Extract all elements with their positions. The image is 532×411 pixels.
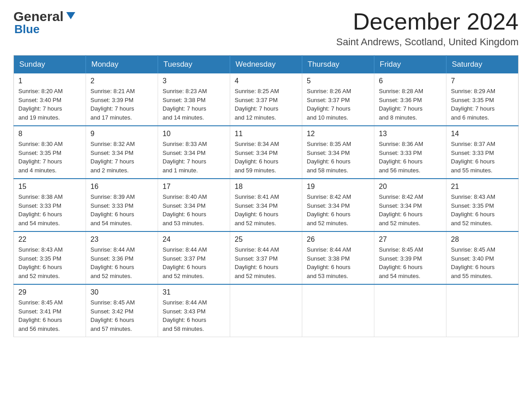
weekday-header-tuesday: Tuesday — [158, 56, 230, 74]
day-number: 6 — [379, 77, 442, 85]
day-number: 1 — [18, 77, 81, 85]
calendar-week-row: 15Sunrise: 8:38 AM Sunset: 3:33 PM Dayli… — [14, 179, 519, 231]
day-info: Sunrise: 8:39 AM Sunset: 3:33 PM Dayligh… — [90, 193, 153, 227]
calendar-day-cell: 21Sunrise: 8:43 AM Sunset: 3:35 PM Dayli… — [446, 179, 519, 231]
day-info: Sunrise: 8:38 AM Sunset: 3:33 PM Dayligh… — [18, 193, 81, 227]
calendar-day-cell: 8Sunrise: 8:30 AM Sunset: 3:35 PM Daylig… — [14, 126, 86, 179]
day-info: Sunrise: 8:33 AM Sunset: 3:34 PM Dayligh… — [163, 140, 225, 175]
day-info: Sunrise: 8:30 AM Sunset: 3:35 PM Dayligh… — [18, 140, 81, 175]
calendar-day-cell: 7Sunrise: 8:29 AM Sunset: 3:35 PM Daylig… — [446, 73, 519, 126]
calendar-week-row: 29Sunrise: 8:45 AM Sunset: 3:41 PM Dayli… — [14, 284, 519, 337]
day-info: Sunrise: 8:43 AM Sunset: 3:35 PM Dayligh… — [451, 193, 514, 227]
logo-general-text: General — [13, 9, 64, 24]
day-info: Sunrise: 8:20 AM Sunset: 3:40 PM Dayligh… — [18, 87, 81, 122]
calendar-day-cell: 12Sunrise: 8:35 AM Sunset: 3:34 PM Dayli… — [302, 126, 374, 179]
day-info: Sunrise: 8:44 AM Sunset: 3:43 PM Dayligh… — [163, 298, 225, 333]
day-info: Sunrise: 8:41 AM Sunset: 3:34 PM Dayligh… — [235, 193, 297, 227]
day-number: 19 — [307, 183, 369, 191]
day-info: Sunrise: 8:42 AM Sunset: 3:34 PM Dayligh… — [379, 193, 442, 227]
day-number: 11 — [235, 130, 297, 138]
day-info: Sunrise: 8:29 AM Sunset: 3:35 PM Dayligh… — [451, 87, 514, 122]
weekday-header-monday: Monday — [86, 56, 158, 74]
calendar-day-cell: 29Sunrise: 8:45 AM Sunset: 3:41 PM Dayli… — [14, 284, 86, 337]
weekday-header-thursday: Thursday — [302, 56, 374, 74]
day-info: Sunrise: 8:26 AM Sunset: 3:37 PM Dayligh… — [307, 87, 369, 122]
day-info: Sunrise: 8:45 AM Sunset: 3:42 PM Dayligh… — [90, 298, 153, 333]
day-info: Sunrise: 8:32 AM Sunset: 3:34 PM Dayligh… — [90, 140, 153, 175]
calendar-day-cell: 19Sunrise: 8:42 AM Sunset: 3:34 PM Dayli… — [302, 179, 374, 231]
calendar-day-cell: 5Sunrise: 8:26 AM Sunset: 3:37 PM Daylig… — [302, 73, 374, 126]
day-info: Sunrise: 8:34 AM Sunset: 3:34 PM Dayligh… — [235, 140, 297, 175]
calendar-day-cell: 15Sunrise: 8:38 AM Sunset: 3:33 PM Dayli… — [14, 179, 86, 231]
page-header: General Blue December 2024 Saint Andrews… — [13, 9, 519, 48]
weekday-header-saturday: Saturday — [446, 56, 519, 74]
day-info: Sunrise: 8:28 AM Sunset: 3:36 PM Dayligh… — [379, 87, 442, 122]
day-number: 7 — [451, 77, 514, 85]
calendar-day-cell — [230, 284, 302, 337]
title-area: December 2024 Saint Andrews, Scotland, U… — [336, 9, 519, 48]
calendar-day-cell: 24Sunrise: 8:44 AM Sunset: 3:37 PM Dayli… — [158, 231, 230, 284]
day-number: 5 — [307, 77, 369, 85]
day-info: Sunrise: 8:44 AM Sunset: 3:38 PM Dayligh… — [307, 245, 369, 280]
day-number: 2 — [90, 77, 153, 85]
calendar-day-cell: 17Sunrise: 8:40 AM Sunset: 3:34 PM Dayli… — [158, 179, 230, 231]
day-number: 24 — [163, 235, 225, 244]
calendar-day-cell — [302, 284, 374, 337]
day-number: 18 — [235, 183, 297, 191]
calendar-day-cell: 14Sunrise: 8:37 AM Sunset: 3:33 PM Dayli… — [446, 126, 519, 179]
logo-blue-text: Blue — [14, 22, 39, 36]
calendar-day-cell: 22Sunrise: 8:43 AM Sunset: 3:35 PM Dayli… — [14, 231, 86, 284]
calendar-day-cell: 20Sunrise: 8:42 AM Sunset: 3:34 PM Dayli… — [374, 179, 446, 231]
svg-marker-0 — [66, 12, 75, 19]
day-info: Sunrise: 8:37 AM Sunset: 3:33 PM Dayligh… — [451, 140, 514, 175]
calendar-day-cell: 4Sunrise: 8:25 AM Sunset: 3:37 PM Daylig… — [230, 73, 302, 126]
calendar-day-cell: 30Sunrise: 8:45 AM Sunset: 3:42 PM Dayli… — [86, 284, 158, 337]
calendar-day-cell: 2Sunrise: 8:21 AM Sunset: 3:39 PM Daylig… — [86, 73, 158, 126]
calendar-day-cell: 3Sunrise: 8:23 AM Sunset: 3:38 PM Daylig… — [158, 73, 230, 126]
day-info: Sunrise: 8:44 AM Sunset: 3:37 PM Dayligh… — [163, 245, 225, 280]
weekday-header-friday: Friday — [374, 56, 446, 74]
day-number: 26 — [307, 235, 369, 244]
day-number: 4 — [235, 77, 297, 85]
day-info: Sunrise: 8:25 AM Sunset: 3:37 PM Dayligh… — [235, 87, 297, 122]
day-info: Sunrise: 8:42 AM Sunset: 3:34 PM Dayligh… — [307, 193, 369, 227]
day-info: Sunrise: 8:23 AM Sunset: 3:38 PM Dayligh… — [163, 87, 225, 122]
day-number: 30 — [90, 288, 153, 296]
day-info: Sunrise: 8:45 AM Sunset: 3:39 PM Dayligh… — [379, 245, 442, 280]
day-info: Sunrise: 8:45 AM Sunset: 3:40 PM Dayligh… — [451, 245, 514, 280]
day-info: Sunrise: 8:36 AM Sunset: 3:33 PM Dayligh… — [379, 140, 442, 175]
calendar-day-cell: 28Sunrise: 8:45 AM Sunset: 3:40 PM Dayli… — [446, 231, 519, 284]
day-info: Sunrise: 8:45 AM Sunset: 3:41 PM Dayligh… — [18, 298, 81, 333]
calendar-week-row: 1Sunrise: 8:20 AM Sunset: 3:40 PM Daylig… — [14, 73, 519, 126]
calendar-week-row: 22Sunrise: 8:43 AM Sunset: 3:35 PM Dayli… — [14, 231, 519, 284]
day-number: 28 — [451, 235, 514, 244]
calendar-day-cell: 31Sunrise: 8:44 AM Sunset: 3:43 PM Dayli… — [158, 284, 230, 337]
day-number: 10 — [163, 130, 225, 138]
weekday-header-sunday: Sunday — [14, 56, 86, 74]
calendar-day-cell: 13Sunrise: 8:36 AM Sunset: 3:33 PM Dayli… — [374, 126, 446, 179]
day-info: Sunrise: 8:43 AM Sunset: 3:35 PM Dayligh… — [18, 245, 81, 280]
calendar-day-cell: 11Sunrise: 8:34 AM Sunset: 3:34 PM Dayli… — [230, 126, 302, 179]
day-info: Sunrise: 8:44 AM Sunset: 3:36 PM Dayligh… — [90, 245, 153, 280]
logo: General Blue — [13, 9, 77, 36]
day-number: 13 — [379, 130, 442, 138]
day-number: 15 — [18, 183, 81, 191]
calendar-day-cell: 23Sunrise: 8:44 AM Sunset: 3:36 PM Dayli… — [86, 231, 158, 284]
logo-triangle-icon — [64, 9, 77, 22]
calendar-day-cell: 27Sunrise: 8:45 AM Sunset: 3:39 PM Dayli… — [374, 231, 446, 284]
calendar-day-cell — [374, 284, 446, 337]
calendar-day-cell: 9Sunrise: 8:32 AM Sunset: 3:34 PM Daylig… — [86, 126, 158, 179]
calendar-table: SundayMondayTuesdayWednesdayThursdayFrid… — [13, 55, 519, 337]
day-number: 12 — [307, 130, 369, 138]
day-number: 31 — [163, 288, 225, 296]
day-number: 8 — [18, 130, 81, 138]
calendar-day-cell: 10Sunrise: 8:33 AM Sunset: 3:34 PM Dayli… — [158, 126, 230, 179]
weekday-header-row: SundayMondayTuesdayWednesdayThursdayFrid… — [14, 56, 519, 74]
day-number: 14 — [451, 130, 514, 138]
calendar-day-cell: 6Sunrise: 8:28 AM Sunset: 3:36 PM Daylig… — [374, 73, 446, 126]
day-number: 9 — [90, 130, 153, 138]
weekday-header-wednesday: Wednesday — [230, 56, 302, 74]
day-info: Sunrise: 8:35 AM Sunset: 3:34 PM Dayligh… — [307, 140, 369, 175]
day-number: 17 — [163, 183, 225, 191]
calendar-title: December 2024 — [336, 9, 519, 34]
